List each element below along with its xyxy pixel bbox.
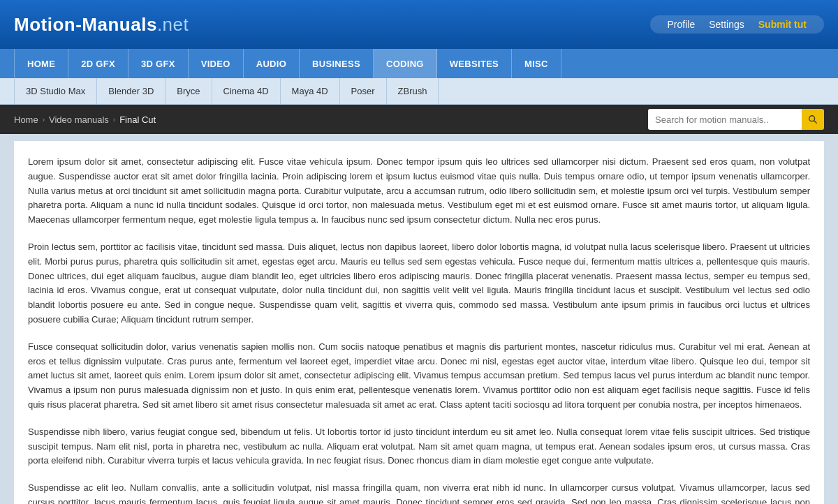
primary-nav-item-video[interactable]: VIDEO — [189, 49, 244, 78]
svg-line-1 — [814, 121, 817, 124]
primary-nav-item-home[interactable]: HOME — [14, 49, 68, 78]
breadcrumb-home[interactable]: Home — [14, 114, 38, 125]
content-paragraph-5: Suspendisse ac elit leo. Nullam convalli… — [28, 481, 810, 504]
secondary-nav-item-3d-studio-max[interactable]: 3D Studio Max — [14, 78, 97, 105]
submit-link[interactable]: Submit tut — [751, 19, 814, 30]
primary-nav-item-3d-gfx[interactable]: 3D GFX — [128, 49, 189, 78]
primary-nav-item-2d-gfx[interactable]: 2D GFX — [68, 49, 128, 78]
settings-link[interactable]: Settings — [702, 19, 751, 30]
breadcrumb-sep1: › — [43, 116, 45, 124]
breadcrumb: Home › Video manuals › Final Cut — [14, 114, 156, 125]
primary-nav-item-audio[interactable]: AUDIO — [244, 49, 300, 78]
logo: Motion-Manuals.net — [14, 14, 189, 36]
content-paragraph-2: Proin lectus sem, porttitor ac facilisis… — [28, 240, 810, 327]
primary-nav-item-websites[interactable]: WEBSITES — [437, 49, 512, 78]
content-paragraph-3: Fusce consequat sollicitudin dolor, vari… — [28, 340, 810, 413]
secondary-nav-item-zbrush[interactable]: ZBrush — [387, 78, 439, 105]
secondary-nav-item-blender-3d[interactable]: Blender 3D — [97, 78, 166, 105]
primary-nav-item-coding[interactable]: CODING — [374, 49, 437, 78]
content-paragraph-4: Suspendisse nibh libero, varius feugiat … — [28, 425, 810, 468]
search-icon — [808, 114, 818, 124]
logo-dotnet: .net — [157, 14, 189, 35]
profile-link[interactable]: Profile — [661, 19, 703, 30]
content-paragraph-1: Lorem ipsum dolor sit amet, consectetur … — [28, 155, 810, 228]
content-area: Lorem ipsum dolor sit amet, consectetur … — [14, 141, 824, 504]
secondary-nav-item-cinema-4d[interactable]: Cinema 4D — [212, 78, 281, 105]
search-button[interactable] — [802, 109, 824, 130]
secondary-nav-item-maya-4d[interactable]: Maya 4D — [281, 78, 340, 105]
primary-nav-item-misc[interactable]: MISC — [512, 49, 561, 78]
main-wrapper: Lorem ipsum dolor sit amet, consectetur … — [0, 134, 838, 504]
search-area — [648, 109, 824, 130]
secondary-nav: 3D Studio MaxBlender 3DBryceCinema 4DMay… — [0, 78, 838, 105]
logo-manuals: Manuals — [82, 14, 157, 35]
breadcrumb-current: Final Cut — [119, 114, 156, 125]
secondary-nav-item-poser[interactable]: Poser — [340, 78, 387, 105]
breadcrumb-bar: Home › Video manuals › Final Cut — [0, 105, 838, 134]
primary-nav-item-business[interactable]: BUSINESS — [300, 49, 374, 78]
breadcrumb-video-manuals[interactable]: Video manuals — [49, 114, 109, 125]
header-nav: Profile Settings Submit tut — [650, 15, 825, 34]
secondary-nav-item-bryce[interactable]: Bryce — [166, 78, 212, 105]
breadcrumb-sep2: › — [113, 116, 115, 124]
search-input[interactable] — [648, 109, 802, 130]
logo-motion: Motion- — [14, 14, 82, 35]
header: Motion-Manuals.net Profile Settings Subm… — [0, 0, 838, 49]
primary-nav: HOME2D GFX3D GFXVIDEOAUDIOBUSINESSCODING… — [0, 49, 838, 78]
